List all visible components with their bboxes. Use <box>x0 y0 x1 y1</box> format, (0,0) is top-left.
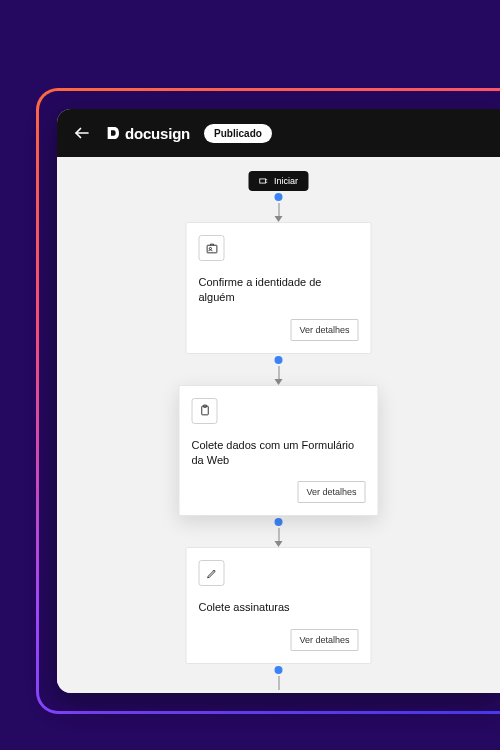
connector-line <box>278 676 279 690</box>
app-header: docusign Publicado <box>57 109 500 157</box>
frame-inner: docusign Publicado Iniciar <box>39 91 500 711</box>
step-title: Colete dados com um Formulário da Web <box>192 438 366 468</box>
view-details-button[interactable]: Ver detalhes <box>290 319 358 341</box>
connector <box>275 191 283 222</box>
connector-line <box>278 528 279 542</box>
app-window: docusign Publicado Iniciar <box>57 109 500 693</box>
view-details-button[interactable]: Ver detalhes <box>297 481 365 503</box>
svg-rect-4 <box>207 245 217 253</box>
connector-dot <box>275 356 283 364</box>
start-icon <box>259 176 269 186</box>
step-title: Colete assinaturas <box>199 600 359 615</box>
gradient-frame: docusign Publicado Iniciar <box>36 88 500 714</box>
brand-logo: docusign <box>105 125 190 142</box>
docusign-mark-icon <box>105 125 121 141</box>
view-details-button[interactable]: Ver detalhes <box>290 629 358 651</box>
clipboard-icon <box>192 398 218 424</box>
start-node[interactable]: Iniciar <box>249 171 308 191</box>
step-title: Confirme a identidade de alguém <box>199 275 359 305</box>
status-badge: Publicado <box>204 124 272 143</box>
back-button[interactable] <box>73 124 91 142</box>
connector-dot <box>275 666 283 674</box>
step-card-identity[interactable]: Confirme a identidade de alguém Ver deta… <box>186 222 372 354</box>
connector <box>275 664 283 690</box>
connector-line <box>278 366 279 380</box>
step-card-webform[interactable]: Colete dados com um Formulário da Web Ve… <box>179 385 379 517</box>
brand-text: docusign <box>125 125 190 142</box>
connector-dot <box>275 193 283 201</box>
connector <box>275 354 283 385</box>
id-card-icon <box>199 235 225 261</box>
arrow-left-icon <box>73 124 91 142</box>
start-label: Iniciar <box>274 176 298 186</box>
svg-point-5 <box>209 247 211 249</box>
connector-line <box>278 203 279 217</box>
step-card-signatures[interactable]: Colete assinaturas Ver detalhes <box>186 547 372 664</box>
pencil-icon <box>199 560 225 586</box>
connector <box>275 516 283 547</box>
connector-dot <box>275 518 283 526</box>
svg-rect-1 <box>260 179 266 183</box>
workflow-flow: Iniciar Confirme a identidade de alguém … <box>57 171 500 690</box>
arrow-down-icon <box>275 379 283 385</box>
workflow-canvas[interactable]: Iniciar Confirme a identidade de alguém … <box>57 157 500 693</box>
